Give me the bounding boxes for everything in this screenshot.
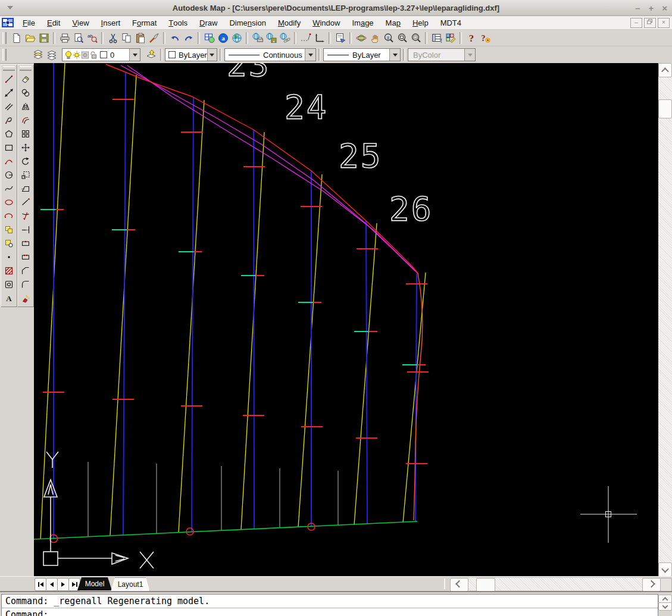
internet-tools-button[interactable] xyxy=(230,31,243,45)
print-button[interactable] xyxy=(58,31,71,45)
undo-button[interactable] xyxy=(168,31,182,45)
redo-button[interactable] xyxy=(182,31,195,45)
array-tool[interactable] xyxy=(19,127,32,140)
rectangle-tool[interactable] xyxy=(2,141,15,154)
open-button[interactable] xyxy=(23,31,37,45)
lineweight-combo-dropdown[interactable] xyxy=(389,49,400,61)
spline-tool[interactable] xyxy=(2,182,15,195)
erase-tool[interactable] xyxy=(19,73,32,85)
command-text-area[interactable]: Command: _regenall Regenerating model. C… xyxy=(1,594,658,616)
scroll-right-button[interactable] xyxy=(642,578,661,592)
command-vertical-scrollbar[interactable] xyxy=(658,595,671,610)
point-tool[interactable] xyxy=(2,251,15,263)
horizontal-scrollbar[interactable] xyxy=(450,578,660,590)
menu-window[interactable]: Window xyxy=(307,16,346,29)
zoom-realtime-button[interactable]: ± xyxy=(382,31,395,45)
menu-map[interactable]: Map xyxy=(380,16,407,29)
trim-tool[interactable] xyxy=(19,209,32,222)
paste-button[interactable] xyxy=(133,31,147,45)
menu-tools[interactable]: Tools xyxy=(162,16,193,29)
horizontal-scrollbar-thumb[interactable] xyxy=(476,578,495,592)
hyperlink-button[interactable] xyxy=(278,31,292,45)
layers-dialog-button[interactable] xyxy=(31,48,45,62)
arc-tool[interactable] xyxy=(2,155,15,167)
layer-combo-dropdown[interactable] xyxy=(129,49,140,61)
print-preview-button[interactable] xyxy=(71,31,85,45)
menu-format[interactable]: Format xyxy=(126,16,162,29)
linetype-combo[interactable]: Continuous xyxy=(224,48,316,61)
bulb-on-icon[interactable] xyxy=(64,51,73,60)
zoom-window-button[interactable] xyxy=(409,31,423,45)
publish-to-web-button[interactable] xyxy=(251,31,264,45)
toolbar-grip[interactable] xyxy=(2,32,7,44)
vertical-scrollbar-thumb[interactable] xyxy=(658,99,672,118)
layer-states-button[interactable] xyxy=(45,48,58,62)
extend-tool[interactable] xyxy=(19,223,32,236)
design-center-button[interactable] xyxy=(443,31,457,45)
chamfer-tool[interactable] xyxy=(19,264,32,277)
pan-button[interactable] xyxy=(368,31,382,45)
autocad-today-button[interactable]: a xyxy=(216,31,230,45)
tab-layout1[interactable]: Layout1 xyxy=(111,577,150,592)
hatch-tool[interactable] xyxy=(2,264,15,277)
close-button[interactable]: × xyxy=(662,4,667,12)
vertical-scrollbar[interactable] xyxy=(658,63,672,576)
toolbar-grip[interactable] xyxy=(2,49,7,61)
ellipse-tool[interactable] xyxy=(2,196,15,208)
map-workspace-button[interactable] xyxy=(202,31,216,45)
save-button[interactable] xyxy=(37,31,51,45)
sun-thaw-icon[interactable] xyxy=(73,51,81,60)
polyline-tool[interactable] xyxy=(2,114,15,126)
etransmit-button[interactable] xyxy=(264,31,278,45)
menu-draw[interactable]: Draw xyxy=(193,16,223,29)
command-scroll-up-button[interactable] xyxy=(658,595,672,603)
match-properties-button[interactable] xyxy=(147,31,161,45)
tab-nav-prev-button[interactable] xyxy=(46,578,58,591)
menu-edit[interactable]: Edit xyxy=(41,16,66,29)
scroll-down-button[interactable] xyxy=(658,562,672,577)
new-button[interactable] xyxy=(10,31,23,45)
fillet-tool[interactable] xyxy=(19,278,32,290)
3d-orbit-button[interactable] xyxy=(354,31,368,45)
menu-mdt4[interactable]: MDT4 xyxy=(435,16,467,29)
make-block-tool[interactable] xyxy=(2,237,15,249)
named-views-button[interactable] xyxy=(333,31,347,45)
tab-nav-first-button[interactable] xyxy=(35,578,46,591)
copy-button[interactable] xyxy=(120,31,133,45)
minimize-button[interactable]: – xyxy=(635,4,640,12)
menu-file[interactable]: File xyxy=(17,16,41,29)
mirror-tool[interactable] xyxy=(19,100,32,112)
move-tool[interactable] xyxy=(19,141,32,154)
active-assistance-button[interactable]: ? xyxy=(478,31,492,45)
tab-model[interactable]: Model xyxy=(77,577,112,590)
break-tool[interactable] xyxy=(19,251,32,263)
make-layer-current-button[interactable] xyxy=(144,48,158,62)
toolbar-grip[interactable] xyxy=(3,66,15,71)
layer-combo[interactable]: 0 xyxy=(62,48,140,61)
ucs-button[interactable] xyxy=(312,31,326,45)
text-tool[interactable]: A xyxy=(2,292,15,304)
lineweight-combo[interactable]: ByLayer xyxy=(323,48,401,61)
offset-tool[interactable] xyxy=(19,114,32,126)
polygon-tool[interactable] xyxy=(2,127,15,140)
toolbar-grip[interactable] xyxy=(20,66,32,71)
unlock-icon[interactable] xyxy=(89,51,97,60)
drawing-area[interactable]: 23 24 25 26 xyxy=(34,63,658,576)
stretch-tool[interactable] xyxy=(19,182,32,195)
line-tool[interactable] xyxy=(2,73,15,85)
circle-tool[interactable] xyxy=(2,168,15,181)
region-tool[interactable] xyxy=(2,278,15,290)
mdi-close-button[interactable]: × xyxy=(658,18,670,28)
mdi-minimize-button[interactable]: – xyxy=(630,18,642,28)
zoom-previous-button[interactable] xyxy=(395,31,409,45)
menu-help[interactable]: Help xyxy=(407,16,435,29)
rotate-tool[interactable] xyxy=(19,155,32,167)
properties-button[interactable]: ! xyxy=(430,31,443,45)
help-button[interactable]: ? xyxy=(464,31,478,45)
color-combo-dropdown[interactable] xyxy=(207,49,217,61)
command-input-line[interactable]: Command: xyxy=(2,608,658,616)
ellipse-arc-tool[interactable] xyxy=(2,209,15,222)
command-scroll-down-button[interactable] xyxy=(658,602,672,611)
spell-check-button[interactable]: ab xyxy=(85,31,99,45)
insert-block-tool[interactable] xyxy=(2,223,15,236)
